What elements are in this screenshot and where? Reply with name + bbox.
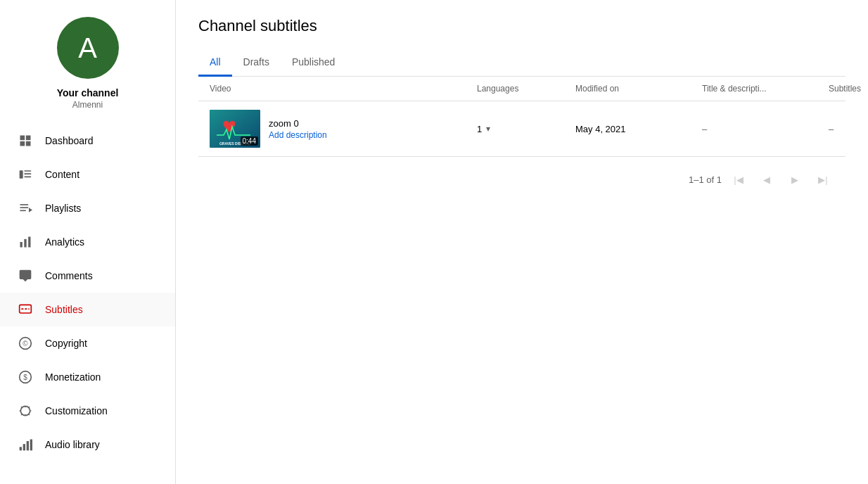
svg-rect-5: [24, 170, 31, 172]
svg-text:$: $: [23, 374, 27, 381]
svg-rect-7: [24, 177, 31, 178]
modified-cell: May 4, 2021: [575, 124, 702, 134]
svg-rect-6: [24, 173, 31, 174]
next-page-button[interactable]: ▶: [784, 168, 806, 191]
svg-text:©: ©: [23, 340, 28, 348]
header-modified: Modified on: [575, 84, 702, 94]
content-label: Content: [45, 169, 79, 180]
languages-dropdown-icon[interactable]: ▾: [486, 124, 490, 134]
svg-rect-23: [20, 447, 22, 450]
title-desc-cell: –: [702, 124, 829, 134]
pagination: 1–1 of 1 |◀ ◀ ▶ ▶|: [198, 157, 845, 191]
customization-label: Customization: [45, 405, 108, 416]
svg-rect-26: [30, 440, 32, 451]
sidebar-item-comments[interactable]: Comments: [0, 259, 175, 293]
svg-rect-2: [20, 141, 25, 146]
comments-icon: [17, 267, 34, 284]
subtitles-cell: –: [829, 124, 834, 134]
monetization-icon: $: [17, 369, 34, 386]
sidebar-item-monetization[interactable]: $ Monetization: [0, 360, 175, 394]
table-header: Video Languages Modified on Title & desc…: [198, 77, 845, 101]
svg-rect-1: [26, 136, 31, 141]
sidebar-item-dashboard[interactable]: Dashboard: [0, 124, 175, 158]
svg-rect-13: [24, 239, 26, 248]
copyright-icon: ©: [17, 335, 34, 352]
channel-handle: Almenni: [72, 100, 103, 110]
tab-drafts[interactable]: Drafts: [232, 49, 281, 77]
svg-rect-18: [28, 308, 30, 310]
sidebar: A Your channel Almenni Dashboard Content…: [0, 0, 176, 484]
svg-rect-8: [20, 204, 29, 205]
sidebar-item-playlists[interactable]: Playlists: [0, 191, 175, 225]
svg-rect-17: [25, 308, 27, 310]
playlists-icon: [17, 200, 34, 217]
playlists-label: Playlists: [45, 203, 81, 214]
languages-count: 1: [477, 124, 482, 134]
video-title: zoom 0: [269, 118, 327, 129]
sidebar-item-audio-library[interactable]: Audio library: [0, 428, 175, 461]
svg-rect-25: [27, 441, 29, 450]
table-row: GRAVES DISEASE 0:44 zoom 0 Add descripti…: [198, 101, 845, 157]
customization-icon: [17, 402, 34, 419]
dashboard-icon: [17, 132, 34, 149]
sidebar-item-content[interactable]: Content: [0, 158, 175, 191]
analytics-icon: [17, 234, 34, 250]
tabs-bar: All Drafts Published: [198, 49, 845, 77]
video-thumbnail[interactable]: GRAVES DISEASE 0:44: [210, 110, 260, 148]
subtitles-icon: [17, 301, 34, 318]
monetization-label: Monetization: [45, 371, 101, 383]
tab-published[interactable]: Published: [281, 49, 347, 77]
main-content: Channel subtitles All Drafts Published V…: [176, 0, 868, 484]
header-subtitles: Subtitles: [829, 84, 861, 94]
languages-cell: 1 ▾: [477, 124, 575, 134]
svg-marker-11: [29, 208, 32, 212]
pagination-range: 1–1 of 1: [689, 174, 722, 185]
audio-library-label: Audio library: [45, 439, 100, 450]
content-icon: [17, 166, 34, 183]
header-title-desc: Title & descripti...: [702, 84, 829, 94]
video-info: zoom 0 Add description: [269, 118, 327, 140]
dashboard-label: Dashboard: [45, 135, 94, 146]
svg-rect-3: [26, 141, 31, 146]
sidebar-item-customization[interactable]: Customization: [0, 394, 175, 428]
video-cell: GRAVES DISEASE 0:44 zoom 0 Add descripti…: [210, 110, 477, 148]
header-video: Video: [210, 84, 477, 94]
channel-name: Your channel: [57, 87, 119, 98]
copyright-label: Copyright: [45, 338, 87, 349]
nav-list: Dashboard Content Playlists Analytics: [0, 124, 175, 461]
audio-library-icon: [17, 436, 34, 453]
svg-rect-16: [21, 308, 23, 310]
svg-rect-10: [20, 210, 26, 212]
svg-rect-9: [20, 207, 29, 208]
svg-rect-0: [20, 136, 25, 141]
tab-all[interactable]: All: [198, 49, 232, 77]
sidebar-item-subtitles[interactable]: Subtitles: [0, 293, 175, 326]
svg-rect-12: [20, 242, 23, 248]
thumbnail-duration: 0:44: [241, 136, 258, 146]
last-page-button[interactable]: ▶|: [812, 168, 834, 191]
page-title: Channel subtitles: [198, 17, 845, 35]
svg-rect-24: [23, 444, 25, 450]
analytics-label: Analytics: [45, 236, 84, 248]
comments-label: Comments: [45, 270, 93, 281]
prev-page-button[interactable]: ◀: [755, 168, 778, 191]
sidebar-item-analytics[interactable]: Analytics: [0, 225, 175, 259]
first-page-button[interactable]: |◀: [727, 168, 750, 191]
sidebar-item-copyright[interactable]: © Copyright: [0, 326, 175, 360]
video-add-description[interactable]: Add description: [269, 130, 327, 140]
subtitles-label: Subtitles: [45, 304, 83, 315]
svg-rect-4: [20, 170, 23, 179]
header-languages: Languages: [477, 84, 575, 94]
svg-rect-14: [28, 237, 30, 248]
avatar: A: [57, 17, 119, 79]
